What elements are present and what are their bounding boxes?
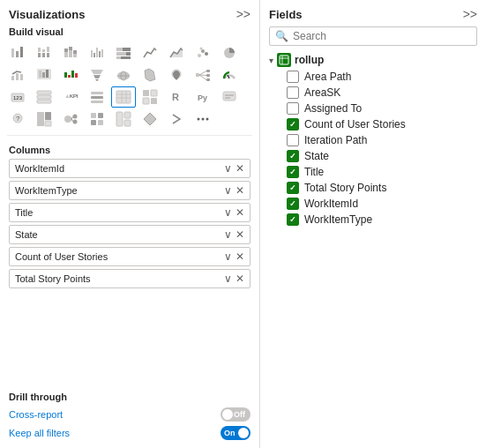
column-item-title[interactable]: Title ∨ ✕ <box>9 203 250 222</box>
svg-marker-44 <box>93 75 101 78</box>
viz-row-1 <box>5 42 254 63</box>
field-item-state[interactable]: State <box>269 148 477 164</box>
funnel-icon[interactable] <box>85 64 109 86</box>
stacked-column-icon[interactable] <box>58 42 83 63</box>
column-expand-icon[interactable]: ∨ <box>224 228 232 241</box>
gauge-icon[interactable] <box>217 64 242 86</box>
column-item-workitemtype[interactable]: WorkItemType ∨ ✕ <box>9 181 250 200</box>
viz-expand-icon[interactable]: >> <box>236 7 250 21</box>
field-item-workitemtype[interactable]: WorkItemType <box>269 212 477 228</box>
search-input[interactable] <box>293 30 471 42</box>
column-item-text: Total Story Points <box>15 273 91 284</box>
r-visual-icon[interactable]: R <box>164 86 189 108</box>
card-icon[interactable]: 123 <box>5 86 30 108</box>
svg-rect-32 <box>11 76 14 80</box>
column-item-count-user-stories[interactable]: Count of User Stories ∨ ✕ <box>9 247 250 266</box>
column-expand-icon[interactable]: ∨ <box>224 273 232 285</box>
slicer-icon[interactable] <box>85 86 109 108</box>
ribbon-chart-icon[interactable] <box>32 64 56 86</box>
field-item-iteration-path[interactable]: Iteration Path <box>269 132 477 148</box>
multi-row-card-icon[interactable] <box>32 86 56 108</box>
group-header[interactable]: ▾ rollup <box>269 51 477 69</box>
clustered-bar-icon[interactable] <box>32 42 56 63</box>
waterfall-icon[interactable] <box>58 64 83 86</box>
column-remove-icon[interactable]: ✕ <box>236 162 244 175</box>
svg-text:R: R <box>172 92 179 102</box>
filled-map-icon[interactable] <box>138 64 162 86</box>
field-item-areapath[interactable]: Area Path <box>269 69 477 85</box>
scatter-chart-icon[interactable] <box>191 42 215 63</box>
field-list-icon[interactable] <box>111 108 136 130</box>
field-checkbox-assignedto[interactable] <box>287 102 299 115</box>
field-item-assignedto[interactable]: Assigned To <box>269 101 477 116</box>
column-remove-icon[interactable]: ✕ <box>236 273 244 285</box>
cross-report-label[interactable]: Cross-report <box>9 409 63 420</box>
field-checkbox-state[interactable] <box>287 150 299 162</box>
column-remove-icon[interactable]: ✕ <box>236 228 244 241</box>
column-item-state[interactable]: State ∨ ✕ <box>9 225 250 244</box>
treemap-icon[interactable] <box>32 108 56 130</box>
diamond-icon[interactable] <box>138 108 162 130</box>
field-item-title[interactable]: Title <box>269 164 477 180</box>
stacked-bar-icon[interactable] <box>5 42 30 63</box>
field-checkbox-iteration-path[interactable] <box>287 134 299 146</box>
key-influencers-icon[interactable] <box>58 108 83 130</box>
svg-point-30 <box>200 48 203 50</box>
column-expand-icon[interactable]: ∨ <box>224 206 232 219</box>
svg-rect-18 <box>99 51 101 57</box>
fields-expand-icon[interactable]: >> <box>463 7 477 21</box>
field-checkbox-areask[interactable] <box>287 86 299 99</box>
field-item-count-user-stories[interactable]: Count of User Stories <box>269 116 477 132</box>
map-icon[interactable] <box>111 64 136 86</box>
kpi-icon[interactable]: ▲KPI <box>58 86 83 108</box>
clustered-column-icon[interactable] <box>85 42 109 63</box>
column-remove-icon[interactable]: ✕ <box>236 206 244 219</box>
smart-narrative-icon[interactable] <box>217 86 242 108</box>
cross-report-toggle[interactable]: Off <box>221 407 250 422</box>
decomp-tree-icon[interactable] <box>191 64 215 86</box>
matrix-icon[interactable] <box>138 86 162 108</box>
field-item-workitemid[interactable]: WorkItemId <box>269 196 477 212</box>
svg-rect-1 <box>16 51 19 57</box>
azure-map-icon[interactable] <box>164 64 189 86</box>
svg-rect-34 <box>20 74 23 80</box>
column-expand-icon[interactable]: ∨ <box>224 250 232 263</box>
field-checkbox-count-user-stories[interactable] <box>287 118 299 131</box>
qna-icon[interactable]: ? <box>5 108 30 130</box>
100pct-bar-icon[interactable] <box>111 42 136 63</box>
column-expand-icon[interactable]: ∨ <box>224 162 232 175</box>
svg-rect-5 <box>42 49 45 52</box>
field-checkbox-title[interactable] <box>287 166 299 178</box>
column-remove-icon[interactable]: ✕ <box>236 250 244 263</box>
custom-visual-icon[interactable] <box>85 108 109 130</box>
pie-chart-icon[interactable] <box>217 42 242 63</box>
column-remove-icon[interactable]: ✕ <box>236 184 244 197</box>
table-icon[interactable]: Table <box>111 86 136 108</box>
svg-rect-2 <box>20 47 23 57</box>
line-clustered-icon[interactable] <box>5 64 30 86</box>
keep-all-filters-label[interactable]: Keep all filters <box>9 428 70 438</box>
line-chart-icon[interactable] <box>138 42 162 63</box>
field-item-total-story-points[interactable]: Total Story Points <box>269 180 477 196</box>
field-checkbox-workitemtype[interactable] <box>287 213 299 226</box>
field-checkbox-total-story-points[interactable] <box>287 182 299 194</box>
python-visual-icon[interactable]: Py <box>191 86 215 108</box>
column-expand-icon[interactable]: ∨ <box>224 184 232 197</box>
field-checkbox-workitemid[interactable] <box>287 198 299 210</box>
svg-text:KPI: KPI <box>70 93 79 99</box>
column-actions: ∨ ✕ <box>224 228 244 241</box>
column-item-workitemid[interactable]: WorkItemId ∨ ✕ <box>9 159 250 178</box>
arrow-right-icon[interactable] <box>164 108 189 130</box>
more-visuals-icon[interactable] <box>191 108 215 130</box>
field-checkbox-areapath[interactable] <box>287 71 299 83</box>
svg-rect-93 <box>98 113 103 118</box>
svg-line-91 <box>71 119 73 122</box>
area-chart-icon[interactable] <box>164 42 189 63</box>
keep-all-filters-toggle[interactable]: On <box>221 426 250 440</box>
search-box[interactable]: 🔍 <box>269 26 477 46</box>
field-item-areask[interactable]: AreaSK <box>269 85 477 101</box>
column-actions: ∨ ✕ <box>224 162 244 175</box>
column-item-total-story-points[interactable]: Total Story Points ∨ ✕ <box>9 269 250 288</box>
svg-rect-103 <box>280 56 288 64</box>
column-item-text: Title <box>15 207 33 218</box>
